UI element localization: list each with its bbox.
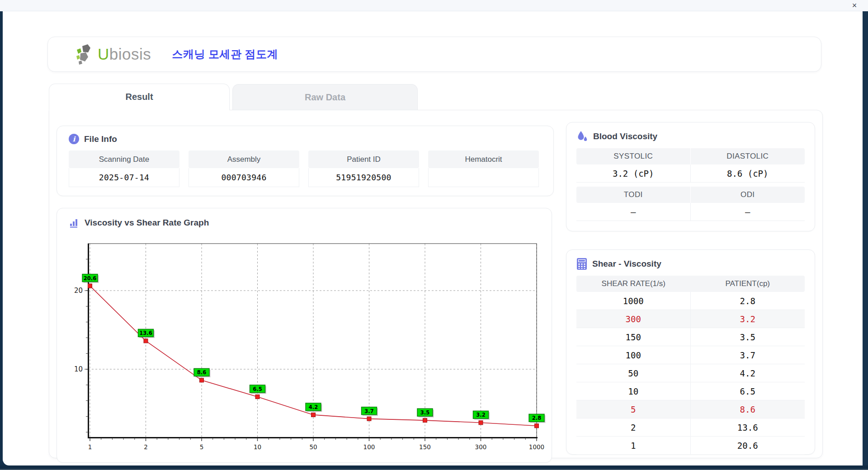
- svg-text:10: 10: [74, 365, 83, 373]
- bv-header: SYSTOLIC: [576, 148, 691, 164]
- logo-rest: biosis: [109, 45, 151, 63]
- shear-table-row: 213.6: [576, 418, 805, 437]
- calculator-icon: [576, 258, 587, 270]
- shear-viscosity-table: SHEAR RATE(1/s) PATIENT(cp) 10002.83003.…: [576, 276, 805, 455]
- shear-table-row: 120.6: [576, 437, 805, 455]
- shear-table-row: 58.6: [576, 400, 805, 418]
- shear-viscosity-title: Shear - Viscosity: [592, 259, 661, 269]
- file-info-value: [428, 168, 539, 187]
- svg-text:5: 5: [200, 443, 204, 451]
- shear-rate-cell: 1000: [576, 292, 691, 310]
- svg-text:3.5: 3.5: [420, 409, 429, 416]
- svg-text:3.7: 3.7: [364, 408, 373, 414]
- patient-cp-cell: 13.6: [691, 418, 805, 436]
- shear-col-header: SHEAR RATE(1/s): [576, 276, 691, 292]
- shear-viscosity-card: Shear - Viscosity SHEAR RATE(1/s) PATIEN…: [566, 249, 815, 455]
- shear-table-row: 1503.5: [576, 328, 805, 346]
- svg-text:1: 1: [88, 443, 92, 451]
- bv-value: –: [691, 203, 805, 221]
- svg-text:10: 10: [254, 443, 261, 451]
- bv-value: 3.2 (cP): [576, 164, 691, 183]
- file-info-header: Assembly: [189, 150, 299, 168]
- file-info-value: 51951920500: [308, 168, 419, 187]
- file-info-values: 2025-07-1400070394651951920500: [69, 168, 542, 187]
- bv-header: TODI: [576, 187, 691, 203]
- shear-rate-cell: 150: [576, 328, 691, 346]
- graph-title: Viscosity vs Shear Rate Graph: [85, 218, 209, 228]
- file-info-value: 2025-07-14: [69, 168, 179, 187]
- file-info-header: Patient ID: [308, 150, 419, 168]
- shear-rate-cell: 100: [576, 346, 691, 364]
- patient-col-header: PATIENT(cp): [691, 276, 805, 292]
- desktop-edge-right: [863, 0, 868, 470]
- shear-table-row: 10002.8: [576, 292, 805, 310]
- file-info-headers: Scanning DateAssemblyPatient IDHematocri…: [69, 150, 542, 168]
- logo-letter-u: U: [98, 45, 109, 63]
- blood-viscosity-card: Blood Viscosity SYSTOLICDIASTOLIC3.2 (cP…: [566, 122, 815, 231]
- app-title: 스캐닝 모세관 점도계: [172, 47, 278, 61]
- file-info-card: i File Info Scanning DateAssemblyPatient…: [57, 126, 554, 196]
- desktop-edge-bottom: [0, 465, 868, 470]
- file-info-header: Scanning Date: [69, 150, 179, 168]
- shear-rate-cell: 10: [576, 382, 691, 400]
- viscosity-plot-svg: 10201251050100150300100020.613.68.66.54.…: [61, 239, 549, 461]
- patient-cp-cell: 3.5: [691, 328, 805, 346]
- bar-chart-icon: [69, 217, 80, 228]
- shear-rate-cell: 300: [576, 310, 691, 328]
- viscosity-plot: 10201251050100150300100020.613.68.66.54.…: [61, 239, 549, 461]
- tab-result[interactable]: Result: [49, 84, 230, 110]
- svg-text:6.5: 6.5: [253, 386, 262, 392]
- shear-table-row: 3003.2: [576, 310, 805, 328]
- shear-rate-cell: 50: [576, 364, 691, 382]
- svg-text:20.6: 20.6: [84, 275, 96, 282]
- patient-cp-cell: 8.6: [691, 400, 805, 418]
- patient-cp-cell: 3.7: [691, 346, 805, 364]
- ubiosis-logo: Ubiosis: [73, 42, 151, 66]
- file-info-title: File Info: [84, 134, 117, 144]
- shear-rate-cell: 1: [576, 437, 691, 454]
- graph-card: Viscosity vs Shear Rate Graph 1020125105…: [57, 208, 552, 463]
- svg-text:300: 300: [475, 443, 487, 451]
- svg-text:3.2: 3.2: [476, 412, 485, 418]
- patient-cp-cell: 6.5: [691, 382, 805, 400]
- svg-text:13.6: 13.6: [139, 330, 152, 336]
- blood-viscosity-title: Blood Viscosity: [593, 132, 657, 141]
- bv-value: –: [576, 203, 691, 221]
- svg-text:2.8: 2.8: [532, 415, 541, 421]
- shear-rate-cell: 5: [576, 400, 691, 418]
- water-drops-icon: [576, 131, 588, 142]
- app-window: Ubiosis 스캐닝 모세관 점도계 Result Raw Data i Fi…: [3, 11, 863, 465]
- patient-cp-cell: 4.2: [691, 364, 805, 382]
- bv-header: DIASTOLIC: [691, 148, 805, 164]
- svg-text:100: 100: [363, 443, 375, 451]
- info-icon: i: [69, 134, 79, 144]
- titlebar: ×: [0, 0, 868, 11]
- svg-text:20: 20: [74, 287, 83, 295]
- svg-text:2: 2: [144, 443, 148, 451]
- svg-text:4.2: 4.2: [309, 404, 318, 410]
- tab-raw-data[interactable]: Raw Data: [232, 84, 418, 110]
- logo-text: Ubiosis: [98, 45, 151, 63]
- shear-table-row: 1003.7: [576, 346, 805, 364]
- svg-text:1000: 1000: [529, 443, 544, 451]
- header-card: Ubiosis 스캐닝 모세관 점도계: [47, 37, 821, 72]
- patient-cp-cell: 20.6: [691, 437, 805, 454]
- blood-viscosity-table: SYSTOLICDIASTOLIC3.2 (cP)8.6 (cP)TODIODI…: [576, 148, 805, 221]
- close-icon[interactable]: ×: [849, 0, 860, 10]
- result-panel: i File Info Scanning DateAssemblyPatient…: [49, 110, 823, 458]
- file-info-value: 000703946: [189, 168, 299, 187]
- svg-text:150: 150: [419, 443, 431, 451]
- bv-value: 8.6 (cP): [691, 164, 805, 183]
- patient-cp-cell: 2.8: [691, 292, 805, 310]
- svg-text:8.6: 8.6: [197, 369, 206, 376]
- patient-cp-cell: 3.2: [691, 310, 805, 328]
- bv-header: ODI: [691, 187, 805, 203]
- file-info-header: Hematocrit: [428, 150, 539, 168]
- shear-table-row: 504.2: [576, 364, 805, 382]
- ubiosis-logo-icon: [73, 42, 97, 66]
- svg-text:50: 50: [309, 443, 317, 451]
- shear-table-row: 106.5: [576, 382, 805, 400]
- shear-rate-cell: 2: [576, 418, 691, 436]
